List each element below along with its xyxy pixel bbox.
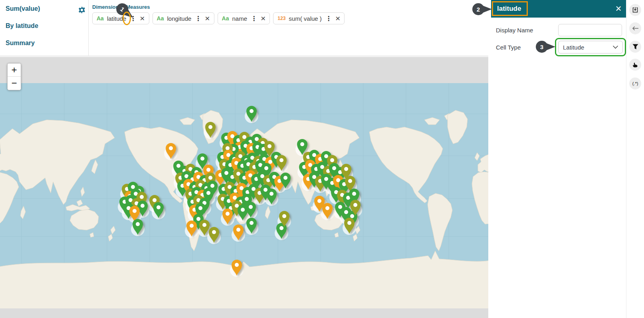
kebab-menu-icon[interactable]: ⋮	[129, 15, 137, 22]
annotation-highlight-title: latitude	[492, 1, 528, 16]
world-map[interactable]: + −	[0, 56, 488, 318]
remove-chip-icon[interactable]: ×	[261, 14, 266, 22]
display-name-label: Display Name	[496, 27, 533, 34]
number-type-icon: 123	[277, 16, 285, 21]
sidebar-item-sum-value[interactable]: Sum(value)	[0, 0, 88, 17]
text-type-icon: Aa	[222, 15, 229, 22]
kebab-menu-icon[interactable]: ⋮	[325, 15, 332, 22]
zoom-out-button[interactable]: −	[8, 77, 21, 90]
column-inspector-panel: latitude × Display Name Cell Type Latitu…	[491, 0, 626, 318]
chip-longitude[interactable]: Aalongitude⋮×	[153, 12, 214, 24]
remove-chip-icon[interactable]: ×	[335, 14, 340, 22]
cell-type-select[interactable]: Latitude	[558, 41, 623, 54]
sidebar-item-by-latitude[interactable]: By latitude	[0, 17, 88, 34]
kebab-menu-icon[interactable]: ⋮	[194, 15, 202, 22]
pointer-button[interactable]	[629, 59, 641, 71]
text-type-icon: Aa	[157, 15, 164, 22]
remove-chip-icon[interactable]: ×	[205, 14, 210, 22]
sidebar-item-summary[interactable]: Summary	[0, 34, 88, 52]
back-button[interactable]	[629, 22, 641, 34]
top-bar: Sum(value) By latitude Summary Dimension…	[0, 0, 488, 56]
import-icon	[632, 7, 638, 13]
chip-latitude[interactable]: Aalatitude⋮×	[92, 12, 149, 24]
back-arrow-icon	[632, 26, 639, 31]
display-name-input[interactable]	[558, 24, 622, 36]
filter-icon	[632, 44, 638, 50]
close-icon[interactable]: ×	[612, 3, 624, 15]
chip-label: sum( value )	[289, 15, 322, 22]
kebab-menu-icon[interactable]: ⋮	[250, 15, 258, 22]
import-button[interactable]	[629, 4, 641, 16]
text-type-icon: Aa	[97, 15, 104, 22]
dimension-chips: Aalatitude⋮×Aalongitude⋮×Aaname⋮×123sum(…	[92, 12, 345, 24]
gear-icon[interactable]	[77, 6, 86, 14]
chip-label: longitude	[167, 15, 191, 22]
chip-label: name	[232, 15, 248, 22]
regex-button[interactable]: (.*)	[629, 78, 641, 89]
chip-name[interactable]: Aaname⋮×	[218, 12, 270, 24]
inspector-header: latitude ×	[491, 0, 626, 18]
chevron-down-icon	[613, 46, 618, 49]
pointer-hand-icon	[632, 62, 638, 68]
dimensions-measures-title: Dimensions / Measures	[92, 4, 150, 10]
chip-sum-value-[interactable]: 123sum( value )⋮×	[273, 12, 345, 24]
right-toolbar: (.*)	[626, 0, 644, 318]
chip-label: latitude	[107, 15, 126, 22]
remove-chip-icon[interactable]: ×	[140, 14, 145, 22]
filter-button[interactable]	[629, 41, 641, 53]
zoom-in-button[interactable]: +	[8, 64, 21, 77]
chart-list-sidebar: Sum(value) By latitude Summary	[0, 0, 89, 56]
cell-type-value: Latitude	[563, 44, 584, 51]
regex-icon: (.*)	[632, 81, 638, 86]
inspector-title: latitude	[497, 5, 521, 13]
map-zoom-control: + −	[7, 63, 21, 90]
cell-type-label: Cell Type	[496, 44, 521, 51]
